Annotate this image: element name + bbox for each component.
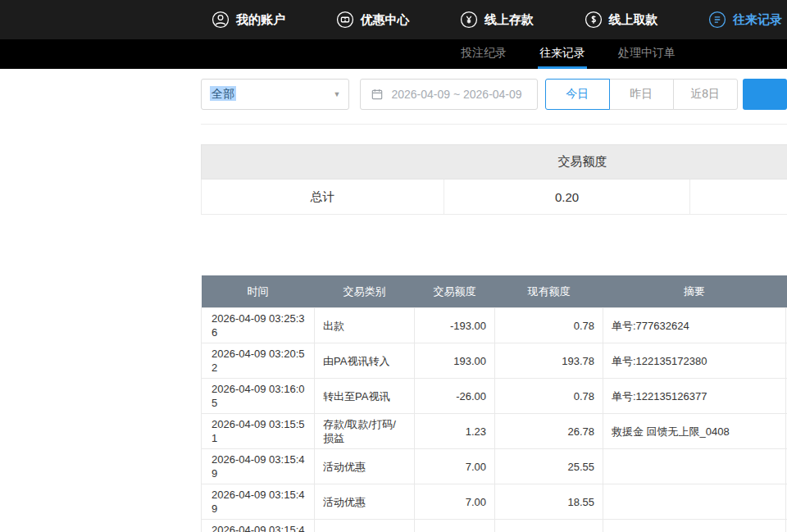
category-select-value: 全部 [210,87,236,102]
divider [201,124,787,125]
promo-icon [336,11,354,29]
chevron-down-icon: ▼ [334,90,341,98]
column-header: 摘要 [603,275,786,308]
main-content: 全部 ▼ 2026-04-09 ~ 2026-04-09 今日 昨日 近8日 交… [0,79,787,532]
cell: 由PA视讯转入 [315,343,415,379]
nav-label: 往来记录 [733,12,782,28]
nav-online-withdraw[interactable]: 线上取款 [585,11,658,29]
nav-label: 我的账户 [236,12,285,28]
search-button[interactable] [743,79,787,110]
summary-header: 交易额度 [202,145,787,180]
cell: 2026-04-09 03:25:36 [202,308,315,343]
table-header-row: 时间交易类别交易额度现有额度摘要 [202,275,787,308]
table-row: 2026-04-09 03:15:51存款/取款/打码/损益1.2326.78救… [202,414,787,449]
calendar-icon [371,88,384,101]
cell: 2026-04-09 03:20:52 [202,343,315,379]
column-header: 交易额度 [415,275,495,308]
tab-betting-records[interactable]: 投注纪录 [459,46,508,69]
cell: 2026-04-09 03:16:05 [202,379,315,414]
nav-transaction-records[interactable]: 往来记录 [708,11,782,29]
cell: 26.78 [495,414,603,449]
cell [603,449,786,484]
summary-empty-cell [690,180,787,215]
nav-label: 优惠中心 [361,12,410,28]
cell: 单号:122135172380 [603,343,786,379]
table-row: 2026-04-09 03:15:49活动优惠7.0018.55 [202,484,787,520]
deposit-icon [460,11,478,29]
nav-online-deposit[interactable]: 线上存款 [460,11,534,29]
last-8-days-button[interactable]: 近8日 [673,79,738,110]
nav-label: 线上取款 [609,12,658,28]
cell: 单号:777632624 [603,308,786,343]
filter-row: 全部 ▼ 2026-04-09 ~ 2026-04-09 今日 昨日 近8日 [201,79,787,110]
cell: 0.78 [495,379,603,414]
column-header: 现有额度 [495,275,603,308]
table-row: 2026-04-09 03:15:49活动优惠7.0025.55 [202,449,787,484]
today-button[interactable]: 今日 [545,79,610,110]
cell: 7.00 [415,449,495,484]
cell: 转出至PA视讯 [315,379,415,414]
cell: 193.78 [495,343,603,379]
cell: 1.23 [415,414,495,449]
summary-total-value: 0.20 [444,180,690,215]
yesterday-button[interactable]: 昨日 [609,79,674,110]
cell: -193.00 [415,308,495,343]
cell: 2026-04-09 03:15:51 [202,414,315,449]
cell: 活动优惠 [315,520,415,532]
cell: 25.55 [495,449,603,484]
sub-navigation: 投注纪录 往来记录 处理中订单 [0,39,787,69]
table-row: 2026-04-09 03:20:52由PA视讯转入193.00193.78单号… [202,343,787,379]
cell: 7.00 [415,484,495,520]
table-row: 2026-04-09 03:25:36出款-193.000.78单号:77763… [202,308,787,343]
cell: 193.00 [415,343,495,379]
column-header: 时间 [202,275,315,308]
top-navigation: 我的账户 优惠中心 线上存款 线上取款 [0,0,787,39]
nav-my-account[interactable]: 我的账户 [212,11,285,29]
date-range-input[interactable]: 2026-04-09 ~ 2026-04-09 [360,79,537,110]
summary-table: 交易额度 总计 0.20 [201,144,787,215]
selected-text: 全部 [210,86,236,101]
cell: 活动优惠 [315,449,415,484]
cell: 存款/取款/打码/损益 [315,414,415,449]
withdraw-icon [585,11,603,29]
cell: 出款 [315,308,415,343]
cell: 11.55 [495,520,603,532]
category-select[interactable]: 全部 ▼ [201,79,349,110]
summary-row: 总计 0.20 [202,180,787,215]
cell [603,520,786,532]
tab-transaction-records[interactable]: 往来记录 [538,46,587,69]
tab-processing-orders[interactable]: 处理中订单 [616,46,677,69]
cell: 10.88 [415,520,495,532]
table-row: 2026-04-09 03:16:05转出至PA视讯-26.000.78单号:1… [202,379,787,414]
transactions-table: 时间交易类别交易额度现有额度摘要 2026-04-09 03:25:36出款-1… [201,275,787,532]
cell: 18.55 [495,484,603,520]
summary-total-label: 总计 [202,180,444,215]
cell: 单号:122135126377 [603,379,786,414]
nav-promo-center[interactable]: 优惠中心 [336,11,410,29]
quick-date-buttons: 今日 昨日 近8日 [545,79,738,110]
cell: 活动优惠 [315,484,415,520]
date-range-value: 2026-04-09 ~ 2026-04-09 [391,88,521,101]
account-icon [212,11,230,29]
cell: 0.78 [495,308,603,343]
cell: 2026-04-09 03:15:49 [202,449,315,484]
cell: 2026-04-09 03:15:49 [202,484,315,520]
transactions-body: 2026-04-09 03:25:36出款-193.000.78单号:77763… [202,308,787,532]
nav-label: 线上存款 [484,12,534,28]
cell: -26.00 [415,379,495,414]
records-icon [708,11,726,29]
table-row: 2026-04-09 03:15:49活动优惠10.8811.55 [202,520,787,532]
column-header: 交易类别 [315,275,415,308]
cell [603,484,786,520]
cell: 2026-04-09 03:15:49 [202,520,315,532]
cell: 救援金 回馈无上限_0408 [603,414,786,449]
